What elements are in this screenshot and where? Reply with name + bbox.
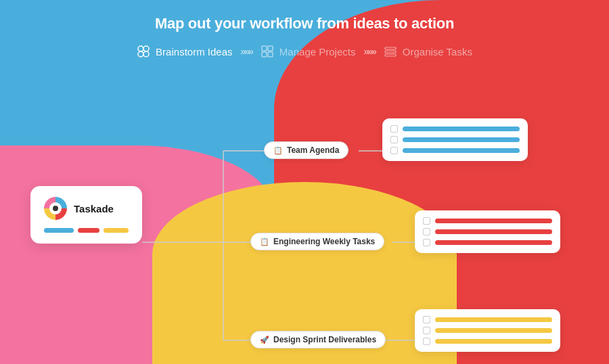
main-content: Map out your workflow from ideas to acti…	[0, 0, 609, 364]
task-row	[423, 228, 552, 235]
taskade-bars	[44, 228, 129, 233]
task-row	[390, 147, 520, 154]
task-card-design	[415, 309, 560, 352]
svg-rect-9	[385, 51, 396, 53]
task-line	[435, 229, 552, 234]
step-organise-label: Organise Tasks	[403, 46, 472, 58]
engineering-label: Engineering Weekly Tasks	[273, 237, 375, 246]
design-label: Design Sprint Deliverables	[273, 335, 376, 344]
task-checkbox	[423, 316, 430, 323]
task-line	[435, 328, 552, 333]
svg-point-0	[138, 46, 143, 51]
arrow-1: »»»	[241, 46, 252, 57]
task-checkbox	[423, 338, 430, 345]
svg-rect-5	[268, 46, 273, 51]
svg-rect-6	[262, 52, 267, 57]
bar-yellow	[104, 228, 129, 233]
task-checkbox	[423, 239, 430, 246]
design-icon: 🚀	[260, 336, 269, 344]
node-engineering: 📋 Engineering Weekly Tasks	[250, 233, 384, 250]
team-agenda-label: Team Agenda	[287, 145, 339, 155]
node-team-agenda: 📋 Team Agenda	[264, 141, 348, 159]
task-line	[403, 148, 520, 153]
task-checkbox	[423, 217, 430, 225]
node-design: 🚀 Design Sprint Deliverables	[250, 331, 386, 348]
step-organise: Organise Tasks	[384, 45, 472, 58]
task-line	[403, 137, 520, 142]
step-manage: Manage Projects	[261, 45, 356, 58]
svg-rect-4	[262, 46, 267, 51]
taskade-logo-row: Taskade	[44, 197, 129, 220]
task-checkbox	[390, 125, 398, 133]
diagram-area: Taskade 📋 Team Agenda 📋 Engineering Week…	[0, 78, 609, 364]
task-checkbox	[423, 327, 430, 334]
taskade-logo-circle	[44, 197, 67, 220]
organise-icon	[384, 45, 397, 58]
svg-point-2	[138, 51, 143, 57]
svg-point-1	[143, 46, 149, 51]
engineering-icon: 📋	[260, 237, 269, 246]
taskade-card: Taskade	[30, 186, 142, 244]
task-row	[423, 316, 552, 323]
task-line	[435, 219, 552, 223]
task-line	[435, 317, 552, 322]
task-card-engineering	[415, 210, 560, 253]
bar-red	[78, 228, 99, 233]
svg-rect-10	[385, 54, 396, 56]
svg-point-3	[143, 51, 149, 57]
task-row	[390, 125, 520, 133]
task-row	[390, 136, 520, 143]
steps-row: Brainstorm Ideas »»» Manage Projects »»»	[137, 45, 472, 58]
step-brainstorm-label: Brainstorm Ideas	[156, 46, 232, 58]
task-line	[403, 127, 520, 131]
task-row	[423, 217, 552, 225]
task-line	[435, 240, 552, 245]
task-line	[435, 339, 552, 344]
task-row	[423, 338, 552, 345]
step-manage-label: Manage Projects	[279, 46, 356, 58]
svg-rect-8	[385, 47, 396, 49]
arrow-2: »»»	[363, 46, 375, 57]
task-row	[423, 239, 552, 246]
team-agenda-icon: 📋	[273, 146, 283, 155]
manage-icon	[261, 45, 274, 58]
page-title: Map out your workflow from ideas to acti…	[155, 15, 454, 32]
taskade-name: Taskade	[74, 203, 114, 214]
task-checkbox	[390, 136, 398, 143]
task-card-team-agenda	[382, 118, 528, 161]
step-brainstorm: Brainstorm Ideas	[137, 45, 232, 58]
bar-blue	[44, 228, 74, 233]
svg-rect-7	[268, 52, 273, 57]
brainstorm-icon	[137, 45, 150, 58]
task-checkbox	[390, 147, 398, 154]
task-row	[423, 327, 552, 334]
task-checkbox	[423, 228, 430, 235]
